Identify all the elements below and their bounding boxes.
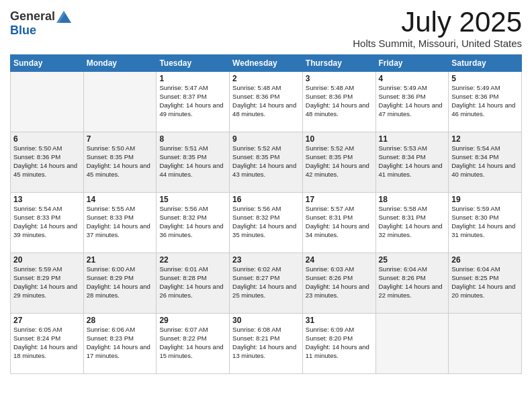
day-info: Sunrise: 6:04 AMSunset: 8:25 PMDaylight:… bbox=[451, 265, 519, 300]
weekday-header: Friday bbox=[375, 55, 449, 72]
weekday-header: Saturday bbox=[449, 55, 522, 72]
day-info: Sunrise: 5:56 AMSunset: 8:32 PMDaylight:… bbox=[159, 205, 226, 239]
day-number: 30 bbox=[232, 316, 300, 325]
calendar-cell: 21Sunrise: 6:00 AMSunset: 8:29 PMDayligh… bbox=[83, 253, 157, 314]
day-number: 25 bbox=[379, 255, 446, 265]
day-number: 23 bbox=[232, 255, 300, 265]
title-section: July 2025 Holts Summit, Missouri, United… bbox=[353, 7, 522, 49]
day-info: Sunrise: 5:51 AMSunset: 8:35 PMDaylight:… bbox=[159, 144, 226, 179]
logo: General Blue bbox=[10, 7, 71, 38]
calendar-cell: 18Sunrise: 5:58 AMSunset: 8:31 PMDayligh… bbox=[375, 193, 449, 253]
weekday-header: Sunday bbox=[11, 55, 84, 72]
day-number: 10 bbox=[306, 134, 373, 144]
logo-general-text: General bbox=[10, 9, 55, 24]
day-number: 14 bbox=[87, 195, 154, 204]
calendar-cell: 25Sunrise: 6:04 AMSunset: 8:26 PMDayligh… bbox=[375, 253, 449, 314]
day-number: 28 bbox=[87, 316, 154, 325]
day-number: 7 bbox=[87, 134, 154, 144]
day-number: 31 bbox=[306, 316, 373, 325]
day-info: Sunrise: 5:53 AMSunset: 8:34 PMDaylight:… bbox=[379, 144, 446, 179]
day-number: 26 bbox=[451, 255, 519, 265]
calendar-cell: 7Sunrise: 5:50 AMSunset: 8:35 PMDaylight… bbox=[83, 132, 157, 193]
calendar-week-row: 13Sunrise: 5:54 AMSunset: 8:33 PMDayligh… bbox=[11, 193, 522, 253]
calendar-cell: 12Sunrise: 5:54 AMSunset: 8:34 PMDayligh… bbox=[449, 132, 522, 193]
weekday-header: Tuesday bbox=[157, 55, 230, 72]
day-number: 6 bbox=[13, 134, 81, 144]
day-number: 4 bbox=[379, 74, 446, 83]
day-info: Sunrise: 5:54 AMSunset: 8:33 PMDaylight:… bbox=[13, 205, 81, 239]
day-number: 3 bbox=[306, 74, 373, 83]
day-info: Sunrise: 5:57 AMSunset: 8:31 PMDaylight:… bbox=[306, 205, 373, 239]
calendar-cell bbox=[375, 314, 449, 374]
day-info: Sunrise: 5:50 AMSunset: 8:35 PMDaylight:… bbox=[87, 144, 154, 179]
day-number: 24 bbox=[306, 255, 373, 265]
day-info: Sunrise: 5:58 AMSunset: 8:31 PMDaylight:… bbox=[379, 205, 446, 239]
calendar-cell: 4Sunrise: 5:49 AMSunset: 8:36 PMDaylight… bbox=[375, 72, 449, 132]
day-number: 5 bbox=[451, 74, 519, 83]
day-number: 1 bbox=[159, 74, 226, 83]
calendar-cell: 29Sunrise: 6:07 AMSunset: 8:22 PMDayligh… bbox=[157, 314, 230, 374]
calendar-week-row: 20Sunrise: 5:59 AMSunset: 8:29 PMDayligh… bbox=[11, 253, 522, 314]
day-info: Sunrise: 6:02 AMSunset: 8:27 PMDaylight:… bbox=[232, 265, 300, 300]
day-number: 18 bbox=[379, 195, 446, 204]
page: General Blue July 2025 Holts Summit, Mis… bbox=[0, 0, 532, 411]
calendar-cell: 19Sunrise: 5:59 AMSunset: 8:30 PMDayligh… bbox=[449, 193, 522, 253]
day-number: 21 bbox=[87, 255, 154, 265]
location: Holts Summit, Missouri, United States bbox=[353, 38, 522, 49]
calendar-cell bbox=[449, 314, 522, 374]
weekday-header: Thursday bbox=[302, 55, 375, 72]
calendar-cell: 13Sunrise: 5:54 AMSunset: 8:33 PMDayligh… bbox=[11, 193, 84, 253]
weekday-header: Monday bbox=[83, 55, 157, 72]
calendar-week-row: 6Sunrise: 5:50 AMSunset: 8:36 PMDaylight… bbox=[11, 132, 522, 193]
calendar-cell: 2Sunrise: 5:48 AMSunset: 8:36 PMDaylight… bbox=[230, 72, 303, 132]
day-number: 27 bbox=[13, 316, 81, 325]
day-number: 16 bbox=[232, 195, 300, 204]
day-info: Sunrise: 5:50 AMSunset: 8:36 PMDaylight:… bbox=[13, 144, 81, 179]
day-info: Sunrise: 5:54 AMSunset: 8:34 PMDaylight:… bbox=[451, 144, 519, 179]
calendar-cell: 11Sunrise: 5:53 AMSunset: 8:34 PMDayligh… bbox=[375, 132, 449, 193]
day-info: Sunrise: 5:55 AMSunset: 8:33 PMDaylight:… bbox=[87, 205, 154, 239]
day-info: Sunrise: 6:08 AMSunset: 8:21 PMDaylight:… bbox=[232, 326, 300, 360]
calendar-cell bbox=[83, 72, 157, 132]
calendar-cell bbox=[11, 72, 84, 132]
calendar-cell: 5Sunrise: 5:49 AMSunset: 8:36 PMDaylight… bbox=[449, 72, 522, 132]
calendar-cell: 22Sunrise: 6:01 AMSunset: 8:28 PMDayligh… bbox=[157, 253, 230, 314]
day-number: 12 bbox=[451, 134, 519, 144]
day-info: Sunrise: 5:49 AMSunset: 8:36 PMDaylight:… bbox=[451, 84, 519, 118]
day-info: Sunrise: 5:48 AMSunset: 8:36 PMDaylight:… bbox=[306, 84, 373, 118]
calendar-cell: 27Sunrise: 6:05 AMSunset: 8:24 PMDayligh… bbox=[11, 314, 84, 374]
calendar-cell: 26Sunrise: 6:04 AMSunset: 8:25 PMDayligh… bbox=[449, 253, 522, 314]
weekday-header-row: SundayMondayTuesdayWednesdayThursdayFrid… bbox=[11, 55, 522, 72]
calendar-cell: 10Sunrise: 5:52 AMSunset: 8:35 PMDayligh… bbox=[302, 132, 375, 193]
day-info: Sunrise: 6:03 AMSunset: 8:26 PMDaylight:… bbox=[306, 265, 373, 300]
day-number: 13 bbox=[13, 195, 81, 204]
calendar-cell: 20Sunrise: 5:59 AMSunset: 8:29 PMDayligh… bbox=[11, 253, 84, 314]
day-number: 19 bbox=[451, 195, 519, 204]
calendar-cell: 1Sunrise: 5:47 AMSunset: 8:37 PMDaylight… bbox=[157, 72, 230, 132]
day-info: Sunrise: 6:09 AMSunset: 8:20 PMDaylight:… bbox=[306, 326, 373, 360]
day-info: Sunrise: 5:56 AMSunset: 8:32 PMDaylight:… bbox=[232, 205, 300, 239]
day-number: 22 bbox=[159, 255, 226, 265]
calendar-cell: 15Sunrise: 5:56 AMSunset: 8:32 PMDayligh… bbox=[157, 193, 230, 253]
calendar-cell: 31Sunrise: 6:09 AMSunset: 8:20 PMDayligh… bbox=[302, 314, 375, 374]
day-number: 29 bbox=[159, 316, 226, 325]
day-info: Sunrise: 6:00 AMSunset: 8:29 PMDaylight:… bbox=[87, 265, 154, 300]
weekday-header: Wednesday bbox=[230, 55, 303, 72]
day-number: 9 bbox=[232, 134, 300, 144]
day-number: 11 bbox=[379, 134, 446, 144]
day-info: Sunrise: 6:01 AMSunset: 8:28 PMDaylight:… bbox=[159, 265, 226, 300]
calendar-cell: 14Sunrise: 5:55 AMSunset: 8:33 PMDayligh… bbox=[83, 193, 157, 253]
calendar-cell: 30Sunrise: 6:08 AMSunset: 8:21 PMDayligh… bbox=[230, 314, 303, 374]
day-info: Sunrise: 6:06 AMSunset: 8:23 PMDaylight:… bbox=[87, 326, 154, 360]
day-number: 17 bbox=[306, 195, 373, 204]
day-number: 15 bbox=[159, 195, 226, 204]
calendar-cell: 24Sunrise: 6:03 AMSunset: 8:26 PMDayligh… bbox=[302, 253, 375, 314]
day-info: Sunrise: 6:05 AMSunset: 8:24 PMDaylight:… bbox=[13, 326, 81, 360]
day-info: Sunrise: 6:07 AMSunset: 8:22 PMDaylight:… bbox=[159, 326, 226, 360]
calendar-cell: 9Sunrise: 5:52 AMSunset: 8:35 PMDaylight… bbox=[230, 132, 303, 193]
day-info: Sunrise: 6:04 AMSunset: 8:26 PMDaylight:… bbox=[379, 265, 446, 300]
day-info: Sunrise: 5:52 AMSunset: 8:35 PMDaylight:… bbox=[306, 144, 373, 179]
day-info: Sunrise: 5:49 AMSunset: 8:36 PMDaylight:… bbox=[379, 84, 446, 118]
day-info: Sunrise: 5:48 AMSunset: 8:36 PMDaylight:… bbox=[232, 84, 300, 118]
calendar-cell: 23Sunrise: 6:02 AMSunset: 8:27 PMDayligh… bbox=[230, 253, 303, 314]
